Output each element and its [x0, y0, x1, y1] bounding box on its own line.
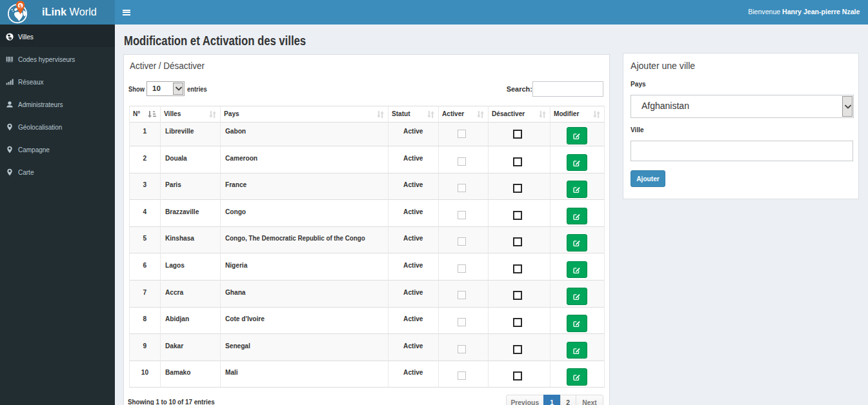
svg-text:$: $: [19, 3, 22, 9]
